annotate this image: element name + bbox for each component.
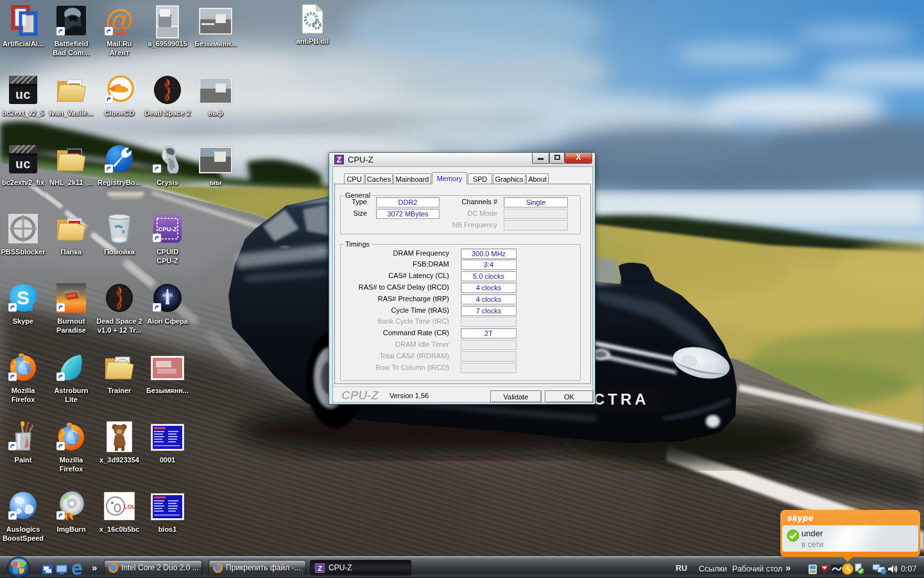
svg-text:CTRA: CTRA xyxy=(594,390,649,408)
svg-text:uc: uc xyxy=(15,157,31,172)
svg-text:AION: AION xyxy=(162,293,173,297)
svg-text:S: S xyxy=(17,287,30,308)
svg-text:CPU-Z: CPU-Z xyxy=(158,225,176,232)
svg-text:uc: uc xyxy=(15,88,31,103)
svg-text:LOL: LOL xyxy=(124,504,135,510)
